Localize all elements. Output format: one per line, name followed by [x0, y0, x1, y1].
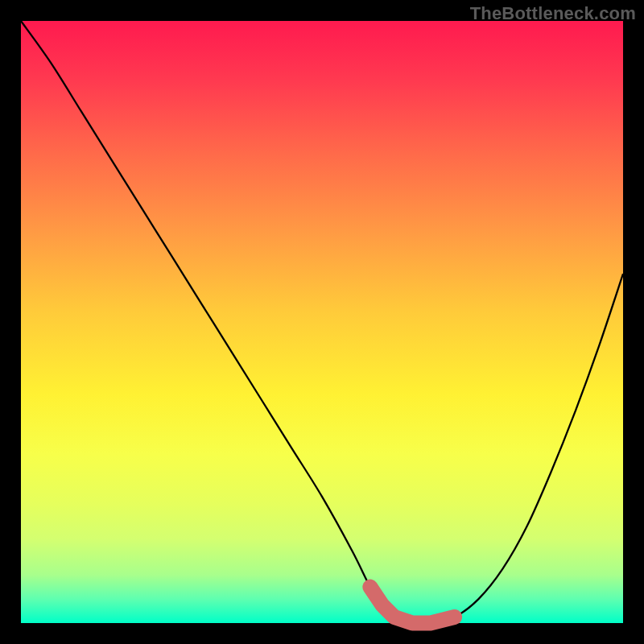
watermark-text: TheBottleneck.com — [470, 3, 636, 24]
bottleneck-plot — [21, 21, 623, 623]
bottleneck-curve — [21, 21, 623, 624]
flat-bottom-highlight — [370, 587, 455, 623]
chart-area — [21, 21, 623, 623]
